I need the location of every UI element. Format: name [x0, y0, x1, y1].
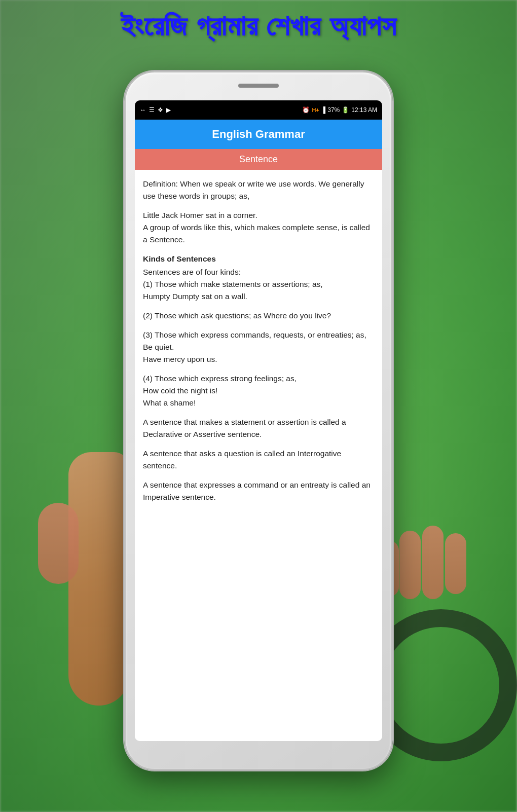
status-bar: ↔ ☰ ❖ ▶ ⏰ H+ ▐ 37% 🔋 12:13 AM — [135, 100, 382, 120]
arrow-icon: ↔ — [140, 106, 146, 114]
phone-frame: ↔ ☰ ❖ ▶ ⏰ H+ ▐ 37% 🔋 12:13 AM English Gr… — [124, 71, 393, 770]
hand-right — [385, 533, 466, 711]
bengali-title: ইংরেজি গ্রামার শেখার অ্যাপস — [0, 9, 517, 43]
phone-mockup: ↔ ☰ ❖ ▶ ⏰ H+ ▐ 37% 🔋 12:13 AM English Gr… — [124, 71, 393, 770]
sub-header: Sentence — [135, 149, 382, 170]
paragraph-declarative: A sentence that makes a statement or ass… — [143, 416, 374, 440]
paragraph-interrogative: A sentence that asks a question is calle… — [143, 448, 374, 472]
app-title: English Grammar — [142, 128, 375, 141]
paragraph-example1: Little Jack Homer sat in a corner. A gro… — [143, 209, 374, 246]
content-area[interactable]: Definition: When we speak or write we us… — [135, 170, 382, 741]
time-display: 12:13 AM — [351, 106, 377, 114]
battery-percent: 37% — [327, 106, 340, 114]
media-icon: ❖ — [158, 106, 163, 114]
battery-icon: 🔋 — [342, 106, 349, 114]
paragraph-kinds-1: Sentences are of four kinds: (1) Those w… — [143, 266, 374, 303]
alarm-icon: ⏰ — [302, 106, 310, 114]
paragraph-definition: Definition: When we speak or write we us… — [143, 178, 374, 202]
paragraph-kinds-4: (4) Those which express strong feelings;… — [143, 373, 374, 409]
hand-left — [28, 427, 139, 782]
phone-screen: ↔ ☰ ❖ ▶ ⏰ H+ ▐ 37% 🔋 12:13 AM English Gr… — [135, 100, 382, 741]
paragraph-kinds-2: (2) Those which ask questions; as Where … — [143, 310, 374, 322]
status-bar-right-info: ⏰ H+ ▐ 37% 🔋 12:13 AM — [302, 106, 377, 114]
section-label: Sentence — [142, 154, 375, 165]
status-bar-left-icons: ↔ ☰ ❖ ▶ — [140, 106, 171, 114]
paragraph-kinds-title: Kinds of Sentences — [143, 253, 374, 265]
play-icon: ▶ — [166, 106, 171, 114]
phone-speaker — [238, 84, 279, 88]
paragraph-imperative: A sentence that expresses a command or a… — [143, 479, 374, 503]
network-type: H+ — [312, 107, 319, 113]
menu-icon: ☰ — [149, 106, 155, 114]
app-header: English Grammar — [135, 120, 382, 149]
signal-bars: ▐ — [321, 106, 326, 114]
paragraph-kinds-3: (3) Those which express commands, reques… — [143, 329, 374, 365]
